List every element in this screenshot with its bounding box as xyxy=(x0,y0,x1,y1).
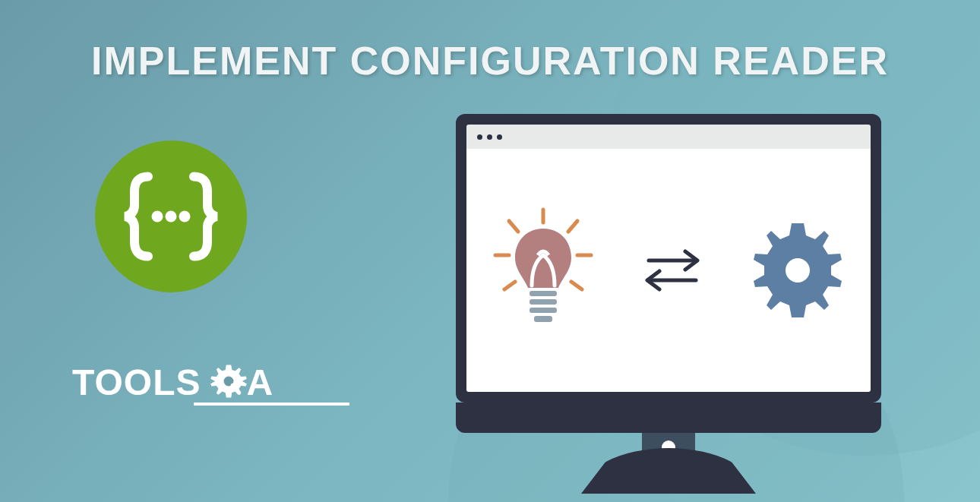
chrome-dot-icon xyxy=(497,134,502,140)
svg-line-7 xyxy=(509,221,518,232)
svg-point-19 xyxy=(786,258,810,283)
svg-point-0 xyxy=(152,211,163,223)
svg-rect-16 xyxy=(534,316,552,322)
svg-rect-14 xyxy=(530,299,557,305)
svg-point-1 xyxy=(166,211,177,223)
monitor-chin xyxy=(456,403,881,433)
toolsqa-logo: TOOLS A xyxy=(72,361,273,410)
page-title: IMPLEMENT CONFIGURATION READER xyxy=(0,38,980,84)
monitor-illustration xyxy=(456,114,881,403)
curly-braces-icon xyxy=(114,159,228,273)
chrome-dot-icon xyxy=(487,134,492,140)
logo-text-a: TOOLS xyxy=(72,362,201,403)
lightbulb-icon xyxy=(486,206,600,335)
chrome-dot-icon xyxy=(477,134,482,140)
bidirectional-arrows-icon xyxy=(638,244,707,297)
logo-text: TOOLS A xyxy=(72,361,273,410)
svg-point-2 xyxy=(179,211,191,223)
svg-line-11 xyxy=(504,282,515,289)
logo-gear-icon xyxy=(208,361,249,410)
monitor-bezel xyxy=(456,114,881,403)
logo-text-b: A xyxy=(246,362,273,403)
svg-line-8 xyxy=(568,221,577,232)
svg-rect-15 xyxy=(530,308,557,313)
monitor-screen xyxy=(466,149,871,392)
gear-icon xyxy=(744,217,851,324)
svg-rect-13 xyxy=(530,291,557,296)
browser-chrome xyxy=(466,125,871,149)
svg-line-12 xyxy=(571,282,582,289)
json-badge xyxy=(95,140,247,292)
